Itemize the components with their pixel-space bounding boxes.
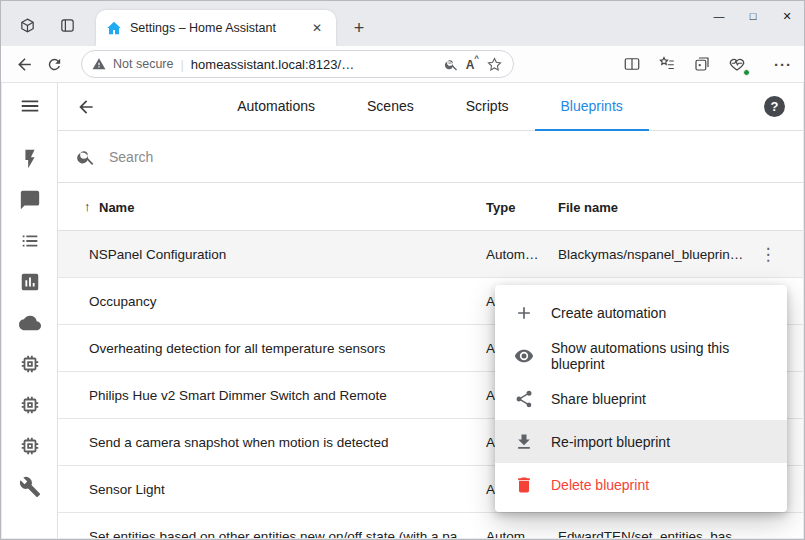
maximize-button[interactable]: □ (736, 1, 770, 31)
browser-essentials-icon[interactable] (726, 53, 748, 75)
tab-scenes[interactable]: Scenes (341, 83, 440, 131)
back-icon[interactable] (13, 53, 36, 76)
favorite-star-icon[interactable] (486, 56, 503, 73)
address-bar[interactable]: Not secure | homeassistant.local:8123/… … (81, 50, 514, 78)
tab-actions-icon[interactable] (59, 17, 76, 34)
ha-sidebar (2, 83, 58, 538)
zoom-icon[interactable] (444, 57, 459, 72)
ha-tab-bar: Automations Scenes Scripts Blueprints (96, 83, 764, 131)
workspaces-icon[interactable] (19, 17, 36, 34)
menu-item-reimport-blueprint[interactable]: Re-import blueprint (495, 420, 787, 463)
eye-icon (514, 346, 534, 366)
todo-list-icon[interactable] (19, 230, 41, 252)
ha-main: Automations Scenes Scripts Blueprints ? … (58, 83, 803, 538)
tab-scripts[interactable]: Scripts (440, 83, 535, 131)
minimize-button[interactable]: — (702, 1, 736, 31)
favorites-hub-icon[interactable] (656, 53, 678, 75)
new-tab-button[interactable]: + (346, 15, 372, 41)
url-text[interactable]: homeassistant.local:8123/… (191, 57, 437, 72)
device-board-icon[interactable] (19, 394, 41, 416)
trash-icon (514, 475, 534, 495)
close-button[interactable]: ✕ (770, 1, 804, 31)
table-row[interactable]: Set entities based on other entities new… (58, 513, 803, 538)
browser-titlebar: Settings – Home Assistant ✕ + — □ ✕ (1, 1, 804, 46)
search-input[interactable] (109, 149, 785, 165)
not-secure-warning-icon (92, 57, 106, 71)
split-screen-icon[interactable] (621, 53, 643, 75)
column-header-name[interactable]: Name (99, 200, 134, 215)
sort-asc-icon[interactable]: ↑ (84, 199, 91, 214)
browser-toolbar: Not secure | homeassistant.local:8123/… … (1, 46, 804, 83)
table-header: ↑ Name Type File name (58, 183, 803, 231)
menu-item-share-blueprint[interactable]: Share blueprint (495, 377, 787, 420)
search-bar (58, 131, 803, 183)
energy-bolt-icon[interactable] (19, 148, 41, 170)
security-label[interactable]: Not secure (113, 57, 173, 71)
column-header-type[interactable]: Type (486, 200, 515, 215)
essentials-status-dot (743, 69, 750, 76)
search-icon (76, 147, 96, 167)
settings-wrench-icon[interactable] (19, 476, 41, 498)
device-board-icon[interactable] (19, 435, 41, 457)
browser-menu-icon[interactable]: ··· (774, 56, 792, 73)
column-header-file[interactable]: File name (558, 200, 618, 215)
browser-tab[interactable]: Settings – Home Assistant ✕ (96, 10, 336, 46)
browser-window: Settings – Home Assistant ✕ + — □ ✕ Not … (0, 0, 805, 540)
device-board-icon[interactable] (19, 353, 41, 375)
table-row[interactable]: NSPanel Configuration Autom… Blackymas/n… (58, 231, 803, 278)
refresh-icon[interactable] (44, 54, 65, 75)
plus-icon (514, 303, 534, 323)
cloud-icon[interactable] (19, 312, 41, 334)
read-aloud-icon[interactable]: A^ (466, 57, 479, 72)
tab-automations[interactable]: Automations (211, 83, 341, 131)
toolbar-right-icons: ··· (621, 53, 792, 75)
share-icon (514, 389, 534, 409)
row-overflow-menu-icon[interactable]: ⋮ (756, 243, 780, 267)
tab-title: Settings – Home Assistant (130, 21, 300, 35)
logbook-chat-icon[interactable] (19, 189, 41, 211)
ha-topbar: Automations Scenes Scripts Blueprints ? (58, 83, 803, 131)
download-icon (514, 432, 534, 452)
blueprint-context-menu: Create automation Show automations using… (495, 285, 787, 512)
history-chart-icon[interactable] (19, 271, 41, 293)
home-assistant-favicon (106, 20, 122, 36)
collections-icon[interactable] (691, 53, 713, 75)
menu-item-delete-blueprint[interactable]: Delete blueprint (495, 463, 787, 506)
sidebar-menu-icon[interactable] (19, 95, 41, 117)
menu-item-create-automation[interactable]: Create automation (495, 291, 787, 334)
home-assistant-app: Automations Scenes Scripts Blueprints ? … (2, 83, 803, 538)
help-icon[interactable]: ? (764, 96, 785, 117)
window-controls: — □ ✕ (702, 1, 804, 31)
ha-back-icon[interactable] (76, 97, 96, 117)
menu-item-show-automations[interactable]: Show automations using this blueprint (495, 334, 787, 377)
tab-close-icon[interactable]: ✕ (308, 19, 326, 37)
url-divider: | (180, 57, 183, 72)
tab-blueprints[interactable]: Blueprints (535, 83, 649, 131)
